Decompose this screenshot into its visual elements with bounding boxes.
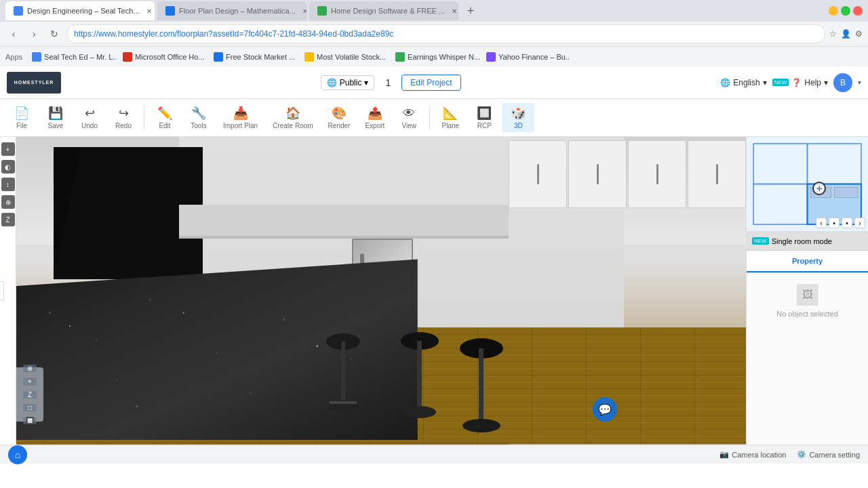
camera-setting-tool[interactable]: ⚙️ Camera setting (797, 450, 860, 459)
camera-tool-5[interactable]: 🔲 (23, 417, 37, 424)
3d-label: 3D (514, 122, 523, 129)
minimap-dot-btn-2[interactable]: • (842, 218, 852, 228)
forward-button[interactable]: › (26, 26, 42, 42)
minimap-next-btn[interactable]: › (854, 218, 865, 228)
camera-tool-2[interactable]: ⌖ (23, 378, 37, 386)
view-tool[interactable]: 👁 View (393, 104, 425, 132)
globe-icon: 🌐 (327, 78, 337, 87)
bookmark-msoffice[interactable]: Microsoft Office Ho... (119, 51, 207, 63)
user-avatar[interactable]: B (833, 73, 852, 92)
reload-button[interactable]: ↻ (46, 26, 62, 42)
bookmark-yahoo-finance[interactable]: Yahoo Finance – Bu... (482, 51, 570, 63)
sidebar-tool-4[interactable]: ⊕ (1, 195, 15, 209)
svg-rect-36 (834, 187, 858, 197)
tab-close-btn[interactable]: ✕ (302, 7, 307, 15)
sidebar-tool-5[interactable]: Z (1, 213, 15, 226)
new-tab-button[interactable]: + (461, 1, 480, 20)
visibility-label: Public (340, 78, 362, 87)
bookmark-earnings-whisper[interactable]: Earnings Whisper N... (391, 51, 479, 63)
undo-tool[interactable]: ↩ Undo (73, 103, 106, 132)
create-room-label: Create Room (273, 122, 313, 129)
close-button[interactable] (853, 6, 863, 16)
tab-label: Design Engineering – Seal Tech... (27, 7, 140, 15)
sidebar-tool-3[interactable]: ↕ (1, 178, 15, 191)
cabinet-handle (716, 164, 718, 184)
svg-point-11 (283, 318, 285, 321)
svg-point-10 (216, 352, 218, 354)
chevron-down-icon: ▾ (763, 78, 767, 87)
tab-design-engineering[interactable]: Design Engineering – Seal Tech... ✕ (5, 1, 155, 20)
camera-setting-icon: ⚙️ (797, 450, 806, 459)
tab-home-design[interactable]: Home Design Software & FREE ... ✕ (309, 1, 458, 20)
minimize-button[interactable] (829, 6, 838, 16)
camera-tool-1[interactable]: ⊕ (23, 365, 37, 372)
sidebar-tool-1[interactable]: + (1, 142, 15, 156)
redo-tool[interactable]: ↪ Redo (107, 103, 140, 132)
visibility-toggle[interactable]: 🌐 Public ▾ (321, 75, 375, 90)
logo-text: HOMESTYLER (14, 80, 54, 85)
svg-point-25 (403, 406, 436, 418)
tools-tool[interactable]: 🔧 Tools (182, 103, 215, 132)
camera-location-tool[interactable]: 📷 Camera location (719, 450, 786, 459)
camera-tool-3[interactable]: Z (23, 391, 37, 399)
3d-tool[interactable]: 🎲 3D (502, 103, 534, 132)
cabinet-handle (597, 164, 599, 184)
file-label: File (16, 122, 27, 129)
import-plan-tool[interactable]: 📥 Import Plan (216, 103, 264, 132)
browser-title-bar: Design Engineering – Seal Tech... ✕ Floo… (0, 0, 868, 22)
bookmark-star-icon[interactable]: ☆ (829, 29, 837, 39)
property-tab[interactable]: Property (747, 251, 868, 272)
edit-icon: ✏️ (157, 106, 172, 121)
camera-tool-4[interactable]: □ (23, 404, 37, 411)
back-button[interactable]: ‹ (5, 26, 22, 42)
maximize-button[interactable] (841, 6, 850, 16)
bookmark-seal-tech[interactable]: Seal Tech Ed – Mr. L... (28, 51, 116, 63)
create-room-tool[interactable]: 🏠 Create Room (266, 103, 319, 132)
plane-tool[interactable]: 📐 Plane (434, 103, 467, 132)
extensions-icon[interactable]: ⚙ (855, 29, 863, 39)
apps-label[interactable]: Apps (5, 53, 22, 61)
minimap-dot-btn[interactable]: • (829, 218, 840, 228)
no-object-label: No object selected (776, 310, 838, 318)
export-tool[interactable]: 📤 Export (358, 103, 391, 132)
project-number: 1 (380, 76, 396, 89)
bookmark-stock-market[interactable]: Free Stock Market ... (210, 51, 298, 63)
tab-close-btn[interactable]: ✕ (146, 7, 152, 15)
undo-label: Undo (81, 122, 98, 129)
home-logo-icon[interactable]: ⌂ (8, 445, 27, 464)
rcp-tool[interactable]: 🔲 RCP (468, 103, 500, 132)
edit-project-button[interactable]: Edit Project (401, 75, 460, 91)
upper-cabinets-area (509, 140, 746, 208)
tools-icon: 🔧 (191, 106, 206, 121)
url-bar[interactable]: https://www.homestyler.com/floorplan?ass… (66, 24, 825, 43)
right-panel: ✛ ‹ • • › NEW Single room mode (746, 137, 868, 445)
save-tool[interactable]: 💾 Save (39, 103, 72, 132)
camera-location-icon: 📷 (719, 450, 729, 459)
sidebar-tool-2[interactable]: ◐ (1, 160, 15, 174)
panel-collapse-arrow[interactable]: › (0, 281, 4, 300)
edit-tool[interactable]: ✏️ Edit (149, 103, 181, 132)
render-tool[interactable]: 🎨 Render (321, 103, 357, 132)
help-button[interactable]: NEW ❓ Help ▾ (772, 78, 828, 87)
svg-point-16 (183, 312, 184, 313)
stool-2 (396, 327, 443, 445)
language-selector[interactable]: 🌐 English ▾ (720, 78, 766, 87)
profile-icon[interactable]: 👤 (841, 29, 851, 39)
minimap-prev-btn[interactable]: ‹ (816, 218, 827, 228)
chat-button[interactable]: 💬 (593, 397, 617, 422)
tab-close-btn[interactable]: ✕ (452, 7, 457, 15)
single-room-mode-label: Single room mode (772, 237, 832, 245)
view-icon: 👁 (403, 106, 415, 121)
file-tool[interactable]: 📄 File (5, 103, 38, 132)
svg-point-7 (48, 311, 51, 314)
minimap: ✛ ‹ • • › (747, 137, 868, 232)
chevron-down-icon: ▾ (824, 78, 828, 87)
tab-floor-plan[interactable]: Floor Plan Design – Mathematica... ✕ (157, 1, 307, 20)
bookmark-volatile-stocks[interactable]: Most Volatile Stock... (300, 51, 389, 63)
file-icon: 📄 (14, 106, 29, 121)
bookmark-favicon (214, 52, 223, 62)
canvas-area[interactable]: ⊕ ⌖ Z □ 🔲 💬 (16, 137, 746, 445)
bookmark-favicon (304, 52, 314, 62)
stool-3 (454, 336, 509, 445)
stool-svg-1 (323, 328, 363, 436)
